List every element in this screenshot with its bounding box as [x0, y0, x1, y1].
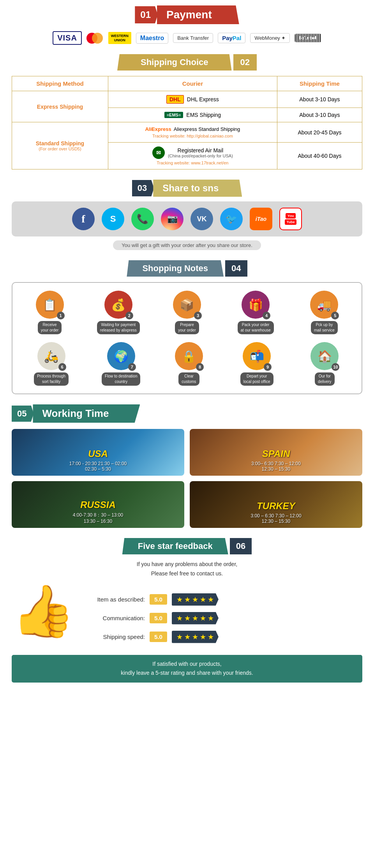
step-4: 🎁 4 Pack your orderat our warehouse: [232, 291, 279, 334]
shopping-notes-row2: 🛵 6 Process throughsort facility 🌍 7 Flo…: [16, 342, 358, 386]
post-time: About 40-60 Days: [277, 143, 362, 169]
rating-score-3: 5.0: [150, 632, 167, 642]
vk-icon[interactable]: VK: [191, 208, 213, 230]
col-method: Shipping Method: [12, 76, 108, 91]
step-num-1: 1: [57, 312, 65, 319]
step-num-10: 10: [332, 363, 339, 371]
payment-icons-row: VISA WESTERNUNION Maestro Bank Transfer …: [8, 30, 366, 46]
rating-row-2: Communication: 5.0 ★ ★ ★ ★ ★: [83, 612, 362, 625]
step-1: 📋 1 Receiveyour order: [28, 291, 71, 334]
working-russia: RUSSIA 4:00-7:30 8：30 – 13:00 13:30 – 16…: [12, 481, 184, 528]
standard-method: Standard Shipping (For order over USD5): [12, 122, 108, 169]
step-label-7: Flow to destinationcountry: [102, 372, 140, 386]
visa-icon: VISA: [53, 31, 82, 45]
feedback-section: Five star feedback 06 If you have any pr…: [0, 536, 374, 694]
rating-row-1: Item as described: 5.0 ★ ★ ★ ★ ★: [83, 593, 362, 606]
shipping-title: Shipping Choice: [117, 54, 232, 71]
whatsapp-icon[interactable]: 📞: [131, 208, 154, 230]
feedback-footer: If satisfied with our products, kindly l…: [12, 655, 362, 683]
twitter-icon[interactable]: 🐦: [220, 208, 243, 230]
step-label-1: Receiveyour order: [38, 321, 62, 334]
ems-time: About 3-10 Days: [277, 108, 362, 122]
post-sub: (China post/epacket-only for USA): [168, 153, 233, 158]
standard-label: Standard Shipping: [16, 140, 104, 146]
step-5: 🚚 5 Pck up bymail service: [303, 291, 346, 334]
thumbs-up-icon: 👍: [12, 586, 75, 636]
paypal-icon: PayPal: [218, 33, 245, 43]
post-name: Registered Air Mail: [168, 147, 233, 153]
rating-row-3: Shipping speed: 5.0 ★ ★ ★ ★ ★: [83, 631, 362, 643]
step-label-10: Our fordelivery: [315, 372, 334, 386]
working-time-grid: USA 17:00 - 20:30 21:30 – 02:00 02:30 – …: [12, 429, 362, 528]
rating-label-2: Communication:: [83, 615, 145, 621]
post-tracking: Tracking website: www.17track.net/en: [112, 161, 273, 165]
turkey-times: 3:00 – 6:30 7:30 – 12:00 12:30 – 15:30: [194, 513, 358, 524]
step-6: 🛵 6 Process throughsort facility: [28, 342, 75, 386]
mastercard-icon: [86, 33, 104, 44]
payment-header: 01 Payment: [135, 5, 239, 24]
shopping-notes-section: Shopping Notes 04 📋 1 Receiveyour order …: [0, 258, 374, 402]
ems-name: EMS Shipping: [186, 112, 221, 118]
shipping-number-badge: 02: [233, 54, 257, 71]
col-courier: Courier: [108, 76, 277, 91]
rating-score-1: 5.0: [150, 594, 167, 605]
payment-section: 01 Payment VISA WESTERNUNION Maestro Ban…: [0, 0, 374, 52]
step-9: 📬 9 Depart yourlocal post office: [233, 342, 280, 386]
step-3: 📦 3 Prepareyour order: [166, 291, 208, 334]
turkey-country: TURKEY: [194, 501, 358, 512]
step-num-4: 4: [263, 312, 270, 319]
step-num-3: 3: [194, 312, 202, 319]
youtube-icon[interactable]: You Tube: [279, 208, 302, 230]
sns-number-badge: 03: [132, 180, 154, 196]
sns-icons-container: f S 📞 📷 VK 🐦 iTao You Tube: [12, 201, 362, 236]
payment-title: Payment: [157, 5, 239, 24]
working-time-header: 05 Working Time: [12, 404, 362, 423]
working-time-section: 05 Working Time USA 17:00 - 20:30 21:30 …: [0, 402, 374, 536]
shopping-notes-row1: 📋 1 Receiveyour order 💰 2 Waiting for pa…: [16, 291, 358, 334]
bank-transfer-icon: Bank Transfer: [173, 33, 213, 43]
usa-country: USA: [16, 448, 180, 459]
working-spain: SPAIN 3:00– 6:30 7:30 – 12:00 12:30 – 15…: [190, 429, 362, 476]
ali-name: Aliexpress Standard Shipping: [174, 126, 240, 132]
rating-score-2: 5.0: [150, 613, 167, 623]
spain-country: SPAIN: [194, 448, 358, 459]
shopping-notes-box: 📋 1 Receiveyour order 💰 2 Waiting for pa…: [12, 282, 362, 394]
ems-logo: ≡EMS≡: [164, 112, 183, 118]
post-courier: ✉ Registered Air Mail (China post/epacke…: [108, 143, 277, 169]
step-num-7: 7: [128, 363, 136, 371]
standard-sub: (For order over USD5): [16, 146, 104, 151]
working-time-number-badge: 05: [12, 406, 34, 422]
shipping-section: Shipping Choice 02 Shipping Method Couri…: [0, 52, 374, 177]
step-label-9: Depart yourlocal post office: [240, 372, 273, 386]
china-post-icon: ✉: [152, 146, 165, 159]
ali-logo: AliExpress: [145, 126, 171, 132]
rating-stars-3: ★ ★ ★ ★ ★: [172, 631, 219, 643]
shopping-notes-number-badge: 04: [225, 260, 247, 277]
dhl-courier: DHL DHL Express: [108, 91, 277, 108]
itao-icon[interactable]: iTao: [250, 208, 272, 230]
step-2: 💰 2 Waiting for paymentreleased by alixp…: [95, 291, 142, 334]
sns-header: 03 Share to sns: [12, 180, 362, 197]
step-num-2: 2: [125, 312, 133, 319]
shopping-notes-title: Shopping Notes: [127, 260, 224, 277]
shipping-table: Shipping Method Courier Shipping Time Ex…: [12, 76, 362, 169]
express-method: Express Shipping: [12, 91, 108, 122]
instagram-icon[interactable]: 📷: [161, 208, 183, 230]
western-union-icon: WESTERNUNION: [108, 32, 131, 44]
feedback-content: 👍 Item as described: 5.0 ★ ★ ★ ★ ★ Commu…: [12, 586, 362, 649]
step-num-9: 9: [264, 363, 272, 371]
spain-times: 3:00– 6:30 7:30 – 12:00 12:30 – 15:30: [194, 461, 358, 472]
usa-times: 17:00 - 20:30 21:30 – 02:00 02:30 – 5:30: [16, 461, 180, 472]
step-10: 🏠 10 Our fordelivery: [303, 342, 346, 386]
step-8: 🔒 8 Clearcustoms: [168, 342, 210, 386]
boletol-icon: Boletol: [295, 34, 321, 42]
skype-icon[interactable]: S: [102, 208, 124, 230]
sns-section: 03 Share to sns f S 📞 📷 VK 🐦: [0, 177, 374, 258]
sns-title: Share to sns: [153, 180, 242, 197]
ems-courier: ≡EMS≡ EMS Shipping: [108, 108, 277, 122]
step-label-2: Waiting for paymentreleased by alixpress: [97, 321, 140, 334]
rating-label-3: Shipping speed:: [83, 633, 145, 640]
dhl-logo: DHL: [166, 95, 184, 104]
ali-time: About 20-45 Days: [277, 122, 362, 143]
facebook-icon[interactable]: f: [72, 208, 95, 230]
